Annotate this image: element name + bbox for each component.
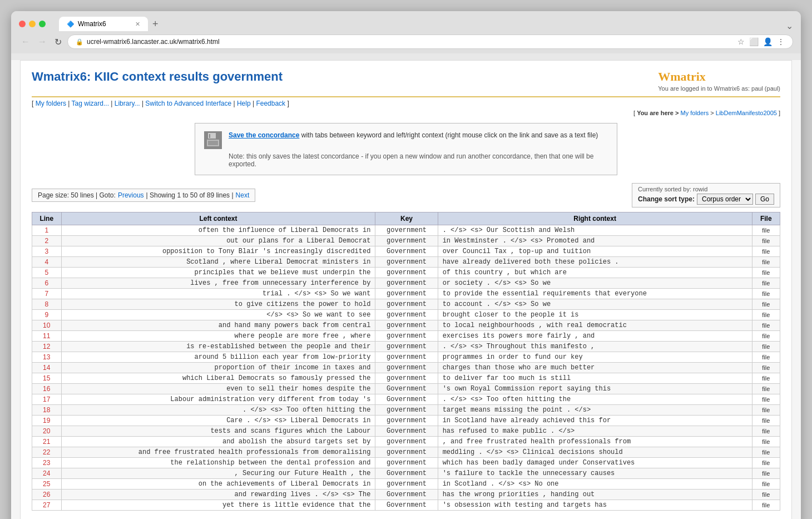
cell-left: . </s> <s> Too often hitting the bbox=[61, 405, 375, 416]
cell-key: government bbox=[375, 447, 438, 458]
breadcrumb-my-folders[interactable]: My folders bbox=[681, 110, 709, 116]
cell-right: , and free frustrated health professiona… bbox=[438, 437, 752, 447]
sort-current-label: Currently sorted by: rowid bbox=[638, 186, 707, 192]
nav-my-folders[interactable]: My folders bbox=[36, 100, 66, 107]
cell-line: 5 bbox=[32, 268, 62, 278]
tab-close-button[interactable]: ✕ bbox=[135, 21, 140, 28]
table-row: 19Care . </s> <s> Liberal Democrats ingo… bbox=[32, 416, 780, 426]
showing-label: | Showing 1 to 50 of 89 lines | bbox=[146, 191, 234, 199]
table-row: 10and hand many powers back from central… bbox=[32, 320, 780, 331]
cell-key: Government bbox=[375, 468, 438, 479]
cell-line: 11 bbox=[32, 331, 62, 342]
cell-left: proportion of their income in taxes and bbox=[61, 363, 375, 373]
cell-left: around 5 billion each year from low-prio… bbox=[61, 352, 375, 363]
main-container: Wmatrix6: KIIC context results governmen… bbox=[20, 60, 792, 519]
cell-key: government bbox=[375, 299, 438, 310]
forward-button[interactable]: → bbox=[36, 36, 49, 48]
cell-file: file bbox=[752, 331, 780, 342]
cell-file: file bbox=[752, 268, 780, 278]
cell-right: to local neighbourhoods , with real demo… bbox=[438, 320, 752, 331]
cell-line: 20 bbox=[32, 426, 62, 437]
address-bar[interactable]: 🔒 ucrel-wmatrix6.lancaster.ac.uk/wmatrix… bbox=[67, 34, 793, 49]
cell-key: government bbox=[375, 257, 438, 268]
bookmark-icon[interactable]: ☆ bbox=[737, 37, 745, 46]
cell-line: 1 bbox=[32, 225, 62, 236]
cell-right: to deliver far too much is still bbox=[438, 373, 752, 384]
cell-key: government bbox=[375, 331, 438, 342]
cell-line: 22 bbox=[32, 447, 62, 458]
table-row: 13around 5 billion each year from low-pr… bbox=[32, 352, 780, 363]
nav-tag-wizard[interactable]: Tag wizard... bbox=[72, 100, 109, 107]
save-concordance-link[interactable]: Save the concordance bbox=[229, 131, 299, 139]
cell-left: and abolish the absurd targets set by bbox=[61, 437, 375, 447]
cell-key: Government bbox=[375, 394, 438, 405]
nav-library[interactable]: Library... bbox=[115, 100, 140, 107]
cell-file: file bbox=[752, 490, 780, 500]
breadcrumb-libdem[interactable]: LibDemManifesto2005 bbox=[716, 110, 777, 116]
wmatrix-logo: Wmatrix bbox=[658, 70, 780, 84]
table-row: 18. </s> <s> Too often hitting thegovern… bbox=[32, 405, 780, 416]
cell-left: and rewarding lives . </s> <s> The bbox=[61, 490, 375, 500]
cell-left: trial . </s> <s> So we want bbox=[61, 289, 375, 299]
table-row: 22and free frustrated health professiona… bbox=[32, 447, 780, 458]
table-row: 26and rewarding lives . </s> <s> TheGove… bbox=[32, 490, 780, 500]
cell-right: have already delivered both these polici… bbox=[438, 257, 752, 268]
cell-right: . </s> <s> Too often hitting the bbox=[438, 394, 752, 405]
cell-right: has the wrong priorities , handing out bbox=[438, 490, 752, 500]
table-row: 14proportion of their income in taxes an… bbox=[32, 363, 780, 373]
cell-file: file bbox=[752, 278, 780, 289]
table-row: 17Labour administration very different f… bbox=[32, 394, 780, 405]
reload-button[interactable]: ↻ bbox=[52, 36, 64, 48]
cell-key: Government bbox=[375, 246, 438, 257]
cell-file: file bbox=[752, 447, 780, 458]
cell-left: and free frustrated health professionals… bbox=[61, 447, 375, 458]
cell-file: file bbox=[752, 373, 780, 384]
url-text: ucrel-wmatrix6.lancaster.ac.uk/wmatrix6.… bbox=[87, 38, 734, 46]
cell-file: file bbox=[752, 363, 780, 373]
browser-window: 🔷 Wmatrix6 ✕ + ⌄ ← → ↻ 🔒 ucrel-wmatrix6.… bbox=[11, 11, 801, 519]
cell-left: where people are more free , where bbox=[61, 331, 375, 342]
floppy-disk-icon bbox=[205, 132, 221, 149]
cell-file: file bbox=[752, 289, 780, 299]
cell-line: 17 bbox=[32, 394, 62, 405]
next-link[interactable]: Next bbox=[236, 191, 250, 199]
page-header: Wmatrix6: KIIC context results governmen… bbox=[32, 70, 780, 97]
active-tab[interactable]: 🔷 Wmatrix6 ✕ bbox=[59, 17, 148, 31]
minimize-button[interactable] bbox=[29, 21, 36, 27]
nav-help[interactable]: Help bbox=[237, 100, 251, 107]
cell-left: on the achievements of Liberal Democrats… bbox=[61, 479, 375, 490]
cell-key: government bbox=[375, 405, 438, 416]
cell-key: government bbox=[375, 342, 438, 352]
cell-key: government bbox=[375, 373, 438, 384]
cell-file: file bbox=[752, 246, 780, 257]
tab-search-icon[interactable]: ⬜ bbox=[749, 37, 759, 46]
expand-button[interactable]: ⌄ bbox=[786, 21, 793, 31]
prev-link[interactable]: Previous bbox=[118, 191, 144, 199]
save-row: Save the concordance with tabs between k… bbox=[204, 130, 608, 149]
close-button[interactable] bbox=[19, 21, 26, 27]
page-info-box: Page size: 50 lines | Goto: Previous | S… bbox=[32, 189, 255, 202]
maximize-button[interactable] bbox=[39, 21, 46, 27]
login-info: You are logged in to Wmatrix6 as: paul (… bbox=[658, 85, 780, 92]
cell-file: file bbox=[752, 320, 780, 331]
back-button[interactable]: ← bbox=[19, 36, 32, 48]
tab-title: Wmatrix6 bbox=[78, 20, 106, 28]
cell-key: government bbox=[375, 416, 438, 426]
cell-left: principles that we believe must underpin… bbox=[61, 268, 375, 278]
sort-go-button[interactable]: Go bbox=[755, 194, 774, 205]
table-row: 11where people are more free , wheregove… bbox=[32, 331, 780, 342]
table-row: 25on the achievements of Liberal Democra… bbox=[32, 479, 780, 490]
profile-icon[interactable]: 👤 bbox=[763, 37, 773, 46]
cell-line: 16 bbox=[32, 384, 62, 394]
sort-select[interactable]: Corpus order Left 1 Left 2 Left 3 Right … bbox=[697, 194, 753, 205]
cell-right: in Scotland . </s> <s> No one bbox=[438, 479, 752, 490]
cell-right: 's own Royal Commission report saying th… bbox=[438, 384, 752, 394]
col-header-line: Line bbox=[32, 212, 62, 225]
sort-change-row: Change sort type: Corpus order Left 1 Le… bbox=[638, 194, 774, 205]
cell-key: government bbox=[375, 352, 438, 363]
nav-feedback[interactable]: Feedback bbox=[256, 100, 285, 107]
new-tab-button[interactable]: + bbox=[148, 18, 163, 30]
cell-left: opposition to Tony Blair 's increasingly… bbox=[61, 246, 375, 257]
nav-switch-interface[interactable]: Switch to Advanced Interface bbox=[145, 100, 231, 107]
menu-icon[interactable]: ⋮ bbox=[777, 37, 785, 46]
